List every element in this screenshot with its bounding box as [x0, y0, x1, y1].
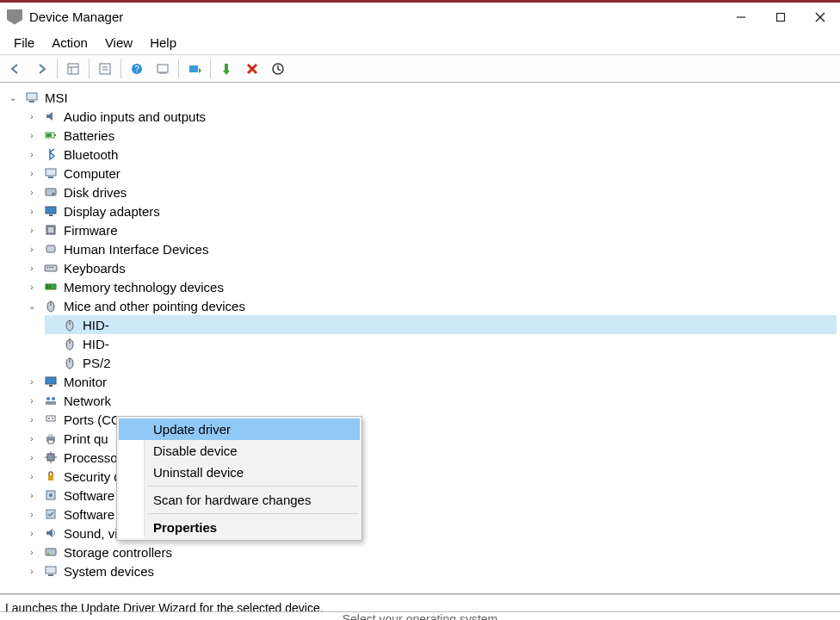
properties-button[interactable] [93, 58, 117, 80]
expand-icon[interactable]: › [26, 527, 38, 539]
svg-rect-15 [225, 64, 228, 71]
ctx-update-driver[interactable]: Update driver [119, 418, 360, 440]
tree-category[interactable]: ›Display adapters [26, 202, 837, 220]
tree-node-label: Firmware [64, 223, 118, 238]
tree-device[interactable]: HID- [45, 334, 837, 353]
close-button[interactable] [800, 3, 840, 31]
menu-view[interactable]: View [96, 34, 141, 52]
ctx-properties[interactable]: Properties [119, 517, 360, 538]
keyboard-icon [43, 260, 59, 276]
tree-category[interactable]: ›Memory technology devices [26, 277, 837, 296]
tree-category-mice[interactable]: ⌄Mice and other pointing devices [26, 296, 837, 315]
disable-button[interactable] [240, 58, 264, 80]
svg-rect-32 [46, 245, 55, 252]
svg-rect-50 [46, 401, 56, 405]
storage-icon [43, 544, 59, 560]
tree-category[interactable]: ›Computer [26, 164, 837, 183]
expand-icon[interactable]: › [26, 432, 38, 444]
expand-icon[interactable]: › [26, 205, 38, 217]
svg-point-27 [52, 193, 55, 195]
tree-category[interactable]: ›Firmware [26, 220, 837, 239]
tree-category[interactable]: ›Disk drives [26, 183, 837, 202]
forward-button[interactable] [29, 58, 53, 80]
expand-icon[interactable]: › [26, 129, 38, 141]
svg-rect-25 [48, 177, 53, 178]
tree-category[interactable]: ›Batteries [26, 126, 837, 145]
tree-category[interactable]: ›Audio inputs and outputs [26, 107, 837, 126]
tree-root-node[interactable]: ⌄ MSI [7, 88, 837, 107]
expand-icon[interactable]: › [26, 262, 38, 274]
expand-icon[interactable]: › [26, 394, 38, 406]
tree-category[interactable]: ›Monitor [26, 372, 837, 391]
tree-node-label: Mice and other pointing devices [64, 299, 245, 313]
sound-icon [43, 525, 59, 541]
svg-point-51 [46, 397, 50, 400]
tree-node-label: Disk drives [64, 185, 127, 200]
scan-button[interactable] [151, 58, 175, 80]
software-component-icon [43, 487, 59, 503]
expand-icon[interactable]: › [26, 186, 38, 198]
tree-device[interactable]: PS/2 [45, 353, 837, 372]
tree-category[interactable]: ›Keyboards [26, 258, 837, 277]
toolbar-sep [210, 59, 211, 78]
expand-icon[interactable]: › [26, 489, 38, 501]
svg-rect-4 [68, 64, 78, 74]
ctx-disable-device[interactable]: Disable device [119, 440, 360, 462]
tree-category[interactable]: ›System devices [26, 561, 837, 580]
expand-icon[interactable]: › [26, 375, 38, 388]
svg-rect-59 [47, 454, 54, 461]
show-hide-tree-button[interactable] [61, 58, 85, 80]
mouse-icon [62, 336, 77, 351]
security-icon [43, 468, 59, 484]
tree-category[interactable]: ›Human Interface Devices [26, 239, 837, 258]
svg-rect-19 [27, 93, 37, 100]
expand-icon[interactable]: › [26, 508, 38, 520]
expand-icon[interactable]: › [26, 451, 38, 463]
expand-icon[interactable]: › [26, 224, 38, 236]
ctx-uninstall-device[interactable]: Uninstall device [119, 462, 360, 483]
expand-icon[interactable]: › [26, 470, 38, 482]
expand-icon[interactable]: › [26, 565, 38, 577]
content-area: ⌄ MSI ›Audio inputs and outputs›Batterie… [0, 83, 840, 594]
expand-icon[interactable]: › [26, 167, 38, 179]
svg-rect-58 [48, 440, 53, 443]
computer-icon [43, 165, 59, 181]
tree-category[interactable]: ›Bluetooth [26, 145, 837, 164]
toolbar-sep [178, 59, 179, 78]
collapse-icon[interactable]: ⌄ [26, 300, 38, 312]
collapse-icon[interactable]: ⌄ [7, 91, 19, 103]
ctx-scan-hardware[interactable]: Scan for hardware changes [119, 489, 360, 511]
window-title: Device Manager [29, 9, 123, 24]
monitor-icon [43, 374, 59, 389]
app-icon [7, 9, 22, 25]
help-button[interactable]: ? [125, 58, 149, 80]
mouse-icon [62, 317, 77, 332]
menu-help[interactable]: Help [141, 34, 185, 52]
back-button[interactable] [3, 58, 28, 80]
tree-category[interactable]: ›Network [26, 391, 837, 410]
menu-action[interactable]: Action [43, 34, 96, 52]
expand-icon[interactable]: › [26, 110, 38, 122]
expand-icon[interactable]: › [26, 546, 38, 558]
update-driver-button[interactable] [182, 58, 207, 80]
expand-icon[interactable]: › [26, 413, 38, 425]
svg-rect-68 [46, 549, 56, 555]
svg-rect-34 [46, 267, 48, 268]
svg-rect-14 [189, 65, 198, 72]
menu-file[interactable]: File [5, 34, 43, 52]
svg-rect-36 [52, 267, 53, 268]
expand-icon[interactable]: › [26, 148, 38, 160]
tree-node-label: Ports (CO [64, 412, 121, 427]
maximize-button[interactable] [761, 3, 800, 31]
uninstall-button[interactable] [266, 58, 290, 80]
svg-rect-22 [54, 134, 56, 136]
svg-rect-39 [49, 285, 51, 288]
enable-button[interactable] [214, 58, 238, 80]
expand-icon[interactable]: › [26, 281, 38, 293]
minimize-button[interactable] [721, 3, 761, 31]
tree-category[interactable]: ›Storage controllers [26, 542, 837, 561]
tree-device[interactable]: HID- [45, 315, 837, 334]
expand-icon[interactable]: › [26, 243, 38, 255]
battery-icon [43, 127, 59, 143]
fragment-text: Select your operating system [343, 612, 498, 620]
